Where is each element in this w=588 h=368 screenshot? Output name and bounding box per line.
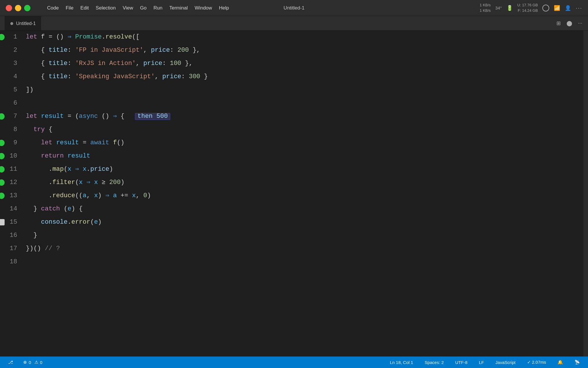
code-line: .filter(x ⇒ x ≥ 200) (23, 176, 583, 189)
user-icon: 👤 (565, 5, 571, 11)
line-number: 5 (1, 83, 21, 97)
line-number: 14 (1, 202, 21, 216)
network-stats: 1 KB/s 1 KB/s (480, 3, 491, 13)
editor: 123456789101112131415161718 let f = () ⇒… (0, 30, 588, 356)
clock-icon (542, 5, 549, 12)
language[interactable]: JavaScript (493, 359, 518, 365)
git-branch[interactable]: ⎇ (6, 359, 15, 365)
code-line: let result = await f() (23, 136, 583, 150)
line-number: 2 (1, 44, 21, 57)
code-line (23, 255, 583, 269)
menu-terminal[interactable]: Terminal (167, 4, 191, 12)
code-line: } catch (e) { (23, 202, 583, 216)
maximize-button[interactable] (24, 5, 30, 11)
menu-edit[interactable]: Edit (78, 4, 92, 12)
line-number: 4 (1, 70, 21, 83)
broadcast-icon[interactable]: 📡 (572, 359, 582, 365)
spaces[interactable]: Spaces: 2 (422, 359, 446, 365)
line-number: 12 (1, 176, 21, 189)
code-line: return result (23, 150, 583, 163)
code-editor[interactable]: let f = () ⇒ Promise.resolve([ { title: … (23, 30, 583, 356)
menu-code[interactable]: Code (44, 4, 62, 12)
menu-file[interactable]: File (63, 4, 76, 12)
line-number: 11 (1, 163, 21, 176)
tab-dot (10, 22, 13, 25)
code-line: } (23, 229, 583, 242)
split-editor-icon[interactable]: ⊞ (556, 20, 561, 26)
code-line: let result = (async () ⇒ { then 500 (23, 110, 583, 123)
apple-menu[interactable] (35, 7, 41, 9)
code-line: let f = () ⇒ Promise.resolve([ (23, 30, 583, 44)
encoding[interactable]: UTF-8 (453, 359, 470, 365)
warning-icon: ⚠ (34, 360, 38, 365)
titlebar: Code File Edit Selection View Go Run Ter… (0, 0, 588, 16)
code-line: })() // ? (23, 242, 583, 255)
statusbar-right: Ln 18, Col 1 Spaces: 2 UTF-8 LF JavaScri… (388, 359, 582, 365)
code-line: { title: 'FP in JavaScript', price: 200 … (23, 44, 583, 57)
line-number: 15 (1, 216, 21, 229)
code-line: .reduce((a, x) ⇒ a += x, 0) (23, 189, 583, 202)
line-number: 1 (1, 30, 21, 44)
line-number: 18 (1, 255, 21, 269)
line-number: 17 (1, 242, 21, 255)
code-line: try { (23, 123, 583, 136)
minimize-button[interactable] (15, 5, 21, 11)
tab-actions: ⊞ ⬤ ··· (551, 16, 588, 30)
line-number: 7 (1, 110, 21, 123)
menu-go[interactable]: Go (137, 4, 150, 12)
code-line: { title: 'RxJS in Action', price: 100 }, (23, 57, 583, 70)
titlebar-right: 1 KB/s 1 KB/s 34° 🔋 U: 17.76 GB F: 14.24… (294, 3, 582, 13)
line-number: 9 (1, 136, 21, 150)
menu-window[interactable]: Window (192, 4, 215, 12)
line-number: 8 (1, 123, 21, 136)
window-title: Untitled-1 (284, 5, 305, 11)
tab-label: Untitled-1 (16, 21, 36, 26)
menu-help[interactable]: Help (216, 4, 232, 12)
code-line: .map(x ⇒ x.price) (23, 163, 583, 176)
close-button[interactable] (6, 5, 12, 11)
wifi-icon: 📶 (554, 5, 560, 11)
timing: ✓ 2.07ms (525, 359, 548, 365)
eol[interactable]: LF (477, 359, 486, 365)
tabbar: Untitled-1 ⊞ ⬤ ··· (0, 16, 588, 30)
line-number: 3 (1, 57, 21, 70)
line-number: 10 (1, 150, 21, 163)
code-line: ]) (23, 83, 583, 97)
circle-icon[interactable]: ⬤ (566, 20, 572, 26)
more-actions-icon[interactable]: ··· (578, 20, 582, 26)
branch-icon: ⎇ (8, 360, 13, 365)
code-line: console.error(e) (23, 216, 583, 229)
menu-bar: Code File Edit Selection View Go Run Ter… (35, 4, 232, 12)
ln-col[interactable]: Ln 18, Col 1 (388, 359, 415, 365)
line-number: 6 (1, 97, 21, 110)
menu-selection[interactable]: Selection (93, 4, 119, 12)
statusbar: ⎇ ⊗ 0 ⚠ 0 Ln 18, Col 1 Spaces: 2 UTF-8 L… (0, 356, 588, 368)
notifications-icon[interactable]: 🔔 (555, 359, 565, 365)
error-count[interactable]: ⊗ 0 ⚠ 0 (21, 359, 45, 365)
line-number: 16 (1, 229, 21, 242)
temperature: 34° (495, 5, 502, 10)
traffic-lights (6, 5, 30, 11)
more-button[interactable]: ··· (576, 5, 582, 11)
titlebar-left: Code File Edit Selection View Go Run Ter… (6, 4, 294, 12)
code-line: { title: 'Speaking JavaScript', price: 3… (23, 70, 583, 83)
code-line (23, 97, 583, 110)
statusbar-left: ⎇ ⊗ 0 ⚠ 0 (6, 359, 45, 365)
menu-view[interactable]: View (120, 4, 136, 12)
error-icon: ⊗ (23, 360, 27, 365)
line-numbers: 123456789101112131415161718 (0, 30, 23, 356)
active-tab[interactable]: Untitled-1 (5, 16, 42, 30)
line-number: 13 (1, 189, 21, 202)
scrollbar[interactable] (583, 30, 588, 356)
menu-run[interactable]: Run (151, 4, 165, 12)
battery-icon: 🔋 (506, 5, 513, 11)
disk-stats: U: 17.76 GB F: 14.24 GB (517, 3, 538, 13)
